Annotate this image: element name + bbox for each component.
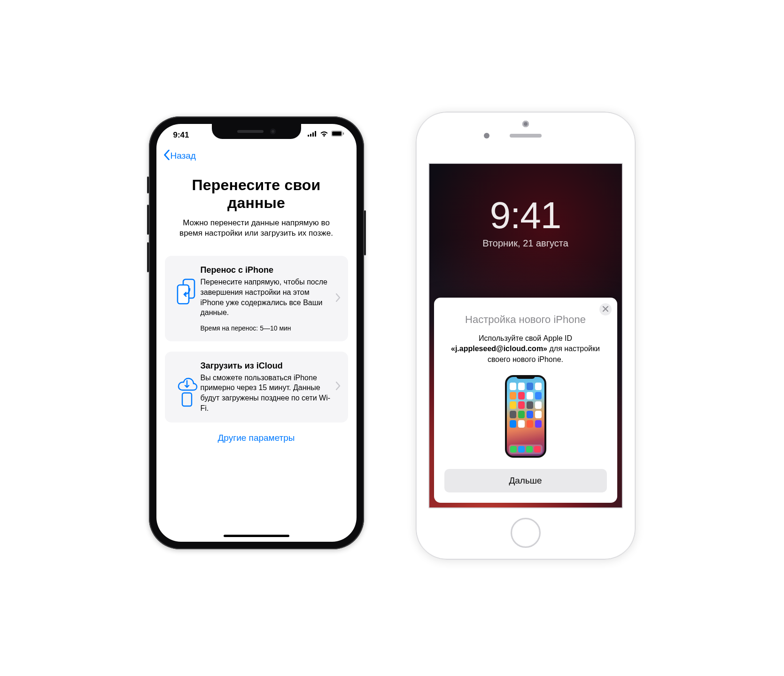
svg-rect-9 bbox=[182, 393, 192, 406]
proximity-sensor-icon bbox=[484, 133, 489, 138]
volume-up-button bbox=[147, 205, 149, 235]
transfer-iphone-icon bbox=[173, 265, 201, 306]
close-button[interactable] bbox=[599, 303, 612, 315]
speaker bbox=[237, 130, 264, 133]
iphone-8-frame: 9:41 Вторник, 21 августа Настройка новог… bbox=[416, 112, 636, 560]
wifi-icon bbox=[320, 131, 328, 137]
continue-label: Дальше bbox=[509, 476, 542, 486]
option-title: Перенос с iPhone bbox=[201, 265, 331, 275]
back-label: Назад bbox=[171, 151, 196, 161]
front-camera-icon bbox=[522, 121, 529, 127]
option-meta: Время на перенос: 5—10 мин bbox=[201, 324, 331, 332]
page-subtitle: Можно перенести данные напрямую во время… bbox=[172, 218, 341, 239]
sheet-body-prefix: Используйте свой Apple ID bbox=[479, 334, 572, 342]
volume-down-button bbox=[147, 242, 149, 272]
back-button[interactable]: Назад bbox=[163, 150, 196, 162]
option-desc: Вы сможете пользоваться iPhone примерно … bbox=[201, 373, 331, 413]
setup-sheet: Настройка нового iPhone Используйте свой… bbox=[434, 298, 617, 503]
chevron-right-icon bbox=[334, 293, 341, 304]
option-title: Загрузить из iCloud bbox=[201, 361, 331, 371]
iphone-illustration-icon bbox=[505, 375, 546, 458]
svg-rect-3 bbox=[315, 131, 316, 137]
side-button bbox=[364, 210, 366, 255]
chevron-right-icon bbox=[334, 382, 341, 392]
sheet-body: Используйте свой Apple ID «j.appleseed@i… bbox=[444, 333, 607, 365]
svg-rect-6 bbox=[343, 132, 344, 135]
svg-rect-8 bbox=[178, 285, 189, 304]
notch bbox=[212, 124, 301, 139]
status-time: 9:41 bbox=[173, 131, 189, 140]
chevron-left-icon bbox=[163, 150, 171, 162]
page-title: Перенесите свои данные bbox=[170, 177, 343, 212]
icloud-download-icon bbox=[173, 361, 201, 407]
front-camera-icon bbox=[270, 129, 276, 134]
iphone-8-screen: 9:41 Вторник, 21 августа Настройка новог… bbox=[428, 163, 623, 508]
lock-screen-time: 9:41 bbox=[429, 194, 622, 237]
close-icon bbox=[603, 305, 608, 314]
home-button[interactable] bbox=[511, 518, 541, 548]
cellular-icon bbox=[308, 131, 317, 137]
mute-switch bbox=[147, 177, 149, 193]
lock-screen-date: Вторник, 21 августа bbox=[429, 238, 622, 249]
option-download-from-icloud[interactable]: Загрузить из iCloud Вы сможете пользоват… bbox=[165, 352, 348, 422]
iphone-x-frame: 9:41 Наз bbox=[149, 116, 364, 549]
earpiece bbox=[510, 134, 542, 138]
option-desc: Перенесите напрямую, чтобы после заверше… bbox=[201, 277, 331, 317]
svg-rect-2 bbox=[312, 132, 314, 137]
sheet-title: Настройка нового iPhone bbox=[444, 314, 607, 326]
svg-rect-1 bbox=[310, 134, 311, 137]
home-indicator bbox=[224, 535, 289, 537]
svg-rect-0 bbox=[308, 135, 309, 137]
svg-rect-5 bbox=[332, 131, 342, 136]
apple-id: j.appleseed@icloud.com bbox=[455, 345, 543, 353]
other-options-link[interactable]: Другие параметры bbox=[165, 433, 348, 443]
option-transfer-from-iphone[interactable]: Перенос с iPhone Перенесите напрямую, чт… bbox=[165, 256, 348, 341]
iphone-x-screen: 9:41 Наз bbox=[156, 124, 357, 542]
nav-bar: Назад bbox=[156, 146, 357, 165]
continue-button[interactable]: Дальше bbox=[444, 469, 607, 492]
battery-icon bbox=[331, 131, 344, 137]
